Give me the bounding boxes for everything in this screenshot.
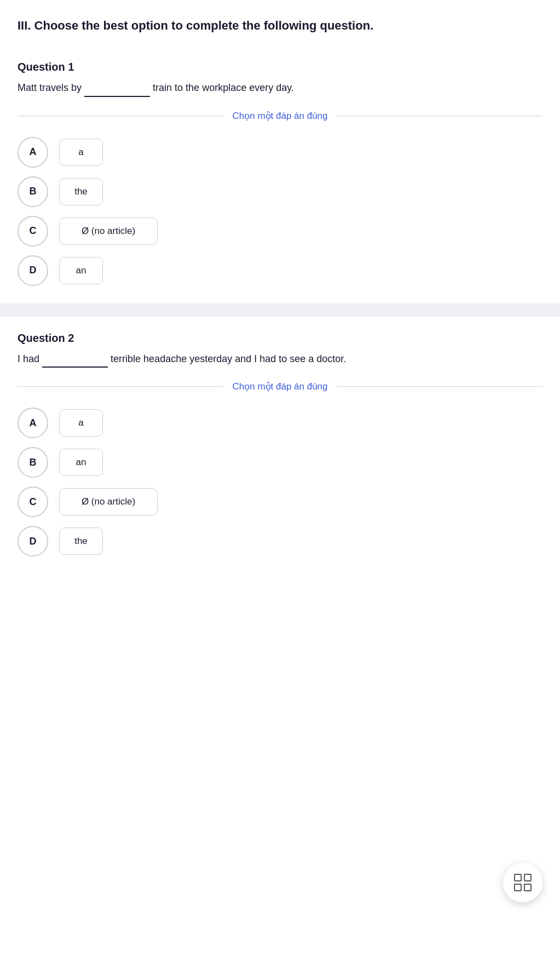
question-2-label: Question 2 xyxy=(18,332,542,345)
section-header: III. Choose the best option to complete … xyxy=(0,0,560,45)
q2-option-c-box[interactable]: Ø (no article) xyxy=(59,488,158,515)
q1-text-after: train to the workplace every day. xyxy=(153,82,294,93)
q2-divider: Chọn một đáp án đúng xyxy=(18,381,542,392)
question-2-text: I had terrible headache yesterday and I … xyxy=(18,351,542,368)
q1-option-a-box[interactable]: a xyxy=(59,139,103,166)
grid-icon-cell-2 xyxy=(524,874,532,881)
q2-option-d[interactable]: D the xyxy=(18,526,542,557)
question-2-block: Question 2 I had terrible headache yeste… xyxy=(0,317,560,575)
q1-option-b-circle: B xyxy=(18,176,48,207)
q1-option-b[interactable]: B the xyxy=(18,176,542,207)
q1-option-a-circle: A xyxy=(18,137,48,168)
q1-option-d-box[interactable]: an xyxy=(59,257,103,284)
q2-option-a-box[interactable]: a xyxy=(59,409,103,437)
grid-icon-cell-1 xyxy=(514,874,522,881)
q2-option-c-circle: C xyxy=(18,486,48,517)
grid-icon-cell-4 xyxy=(524,884,532,891)
q2-option-b[interactable]: B an xyxy=(18,447,542,478)
q1-option-b-box[interactable]: the xyxy=(59,178,103,205)
q1-option-c-circle: C xyxy=(18,216,48,247)
q1-option-a[interactable]: A a xyxy=(18,137,542,168)
q2-option-a[interactable]: A a xyxy=(18,408,542,438)
q1-blank xyxy=(84,80,150,97)
q2-option-b-box[interactable]: an xyxy=(59,449,103,476)
q2-option-d-box[interactable]: the xyxy=(59,528,103,555)
grid-icon-cell-3 xyxy=(514,884,522,891)
q1-option-c-box[interactable]: Ø (no article) xyxy=(59,217,158,245)
q2-option-d-circle: D xyxy=(18,526,48,557)
q2-option-b-circle: B xyxy=(18,447,48,478)
q2-blank xyxy=(42,351,108,368)
page-container: III. Choose the best option to complete … xyxy=(0,0,560,968)
q2-text-after: terrible headache yesterday and I had to… xyxy=(111,353,346,364)
fab-button[interactable] xyxy=(503,863,542,902)
question-1-label: Question 1 xyxy=(18,61,542,73)
grid-icon xyxy=(514,874,532,891)
q2-option-a-circle: A xyxy=(18,408,48,438)
section-title: III. Choose the best option to complete … xyxy=(18,18,542,35)
q2-text-before: I had xyxy=(18,353,39,364)
q1-divider: Chọn một đáp án đúng xyxy=(18,110,542,122)
section-separator xyxy=(0,303,560,317)
q1-option-d[interactable]: D an xyxy=(18,255,542,286)
question-1-block: Question 1 Matt travels by train to the … xyxy=(0,45,560,303)
q2-options-list: A a B an C Ø (no article) xyxy=(18,408,542,557)
q1-text-before: Matt travels by xyxy=(18,82,82,93)
question-1-text: Matt travels by train to the workplace e… xyxy=(18,80,542,97)
q1-option-c[interactable]: C Ø (no article) xyxy=(18,216,542,247)
q2-option-c[interactable]: C Ø (no article) xyxy=(18,486,542,517)
q1-option-d-circle: D xyxy=(18,255,48,286)
q1-options-list: A a B the C Ø (no article) xyxy=(18,137,542,286)
